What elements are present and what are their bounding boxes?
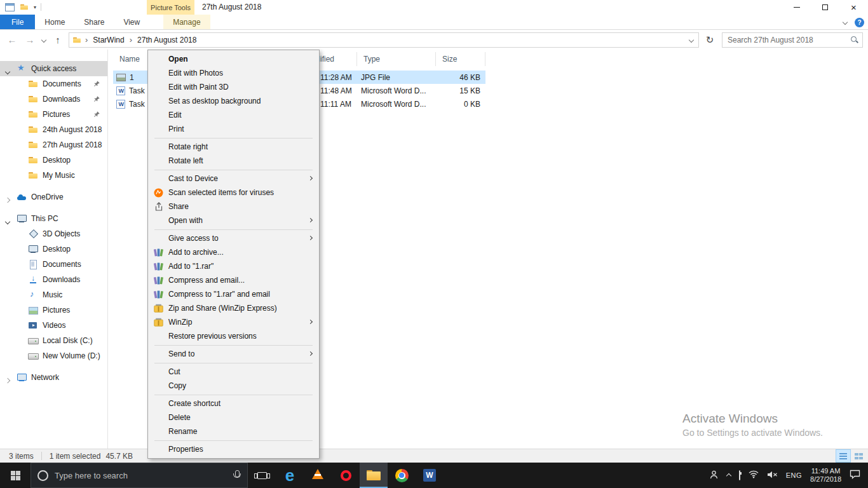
sidebar-item-label: Downloads: [43, 95, 80, 104]
menu-item-rotate-right[interactable]: Rotate right: [148, 140, 319, 154]
taskbar-vlc-button[interactable]: [304, 463, 332, 488]
microphone-icon[interactable]: [232, 470, 241, 481]
qat-folder-icon[interactable]: [20, 3, 29, 11]
address-dropdown-icon[interactable]: [689, 37, 694, 42]
sidebar-item-24th-august-2018[interactable]: 24th August 2018: [0, 122, 107, 137]
menu-item-scan-selected-items-for-viruses[interactable]: Scan selected items for viruses: [148, 186, 319, 200]
menu-item-rename[interactable]: Rename: [148, 424, 319, 438]
up-button[interactable]: ↑: [50, 34, 66, 45]
chevron-down-icon[interactable]: [6, 217, 10, 226]
cloud-icon: [17, 192, 27, 202]
address-bar[interactable]: ›StarWind›27th August 2018: [69, 32, 699, 48]
qat-customize-chevron-icon[interactable]: ▾: [34, 4, 36, 10]
clock[interactable]: 11:49 AM 8/27/2018: [810, 467, 841, 484]
taskbar-search[interactable]: Type here to search: [31, 463, 248, 488]
menu-item-properties[interactable]: Properties: [148, 442, 319, 456]
details-view-button[interactable]: [836, 450, 850, 462]
sidebar-item-3d-objects[interactable]: 3D Objects: [0, 226, 107, 241]
thumbnails-view-button[interactable]: [851, 450, 865, 462]
sidebar-item-downloads[interactable]: Downloads: [0, 272, 107, 287]
expand-ribbon-icon[interactable]: [843, 20, 848, 25]
volume-muted-icon[interactable]: [767, 471, 778, 480]
action-center-icon[interactable]: [850, 470, 860, 481]
breadcrumb-item-starwind[interactable]: StarWind: [90, 36, 127, 44]
breadcrumb-item-27th-august-2018[interactable]: 27th August 2018: [134, 36, 200, 44]
menu-item-create-shortcut[interactable]: Create shortcut: [148, 396, 319, 410]
sidebar-item-quick-access[interactable]: Quick access: [0, 61, 107, 76]
menu-item-open[interactable]: Open: [148, 52, 319, 66]
chevron-right-icon[interactable]: [6, 376, 10, 384]
sidebar-item-network[interactable]: Network: [0, 370, 107, 385]
recent-locations-button[interactable]: [39, 38, 48, 42]
task-view-button[interactable]: [248, 463, 276, 488]
chevron-right-icon[interactable]: [6, 195, 10, 204]
refresh-button[interactable]: ↻: [702, 34, 718, 46]
tab-view[interactable]: View: [114, 15, 149, 29]
sidebar-item-my-music[interactable]: My Music: [0, 168, 107, 183]
tab-home[interactable]: Home: [35, 15, 74, 29]
menu-item-cast-to-device[interactable]: Cast to Device: [148, 172, 319, 186]
battery-icon[interactable]: [739, 471, 740, 480]
menu-item-winzip[interactable]: WinZip: [148, 315, 319, 329]
sidebar-item-27th-august-2018[interactable]: 27th August 2018: [0, 137, 107, 152]
sidebar-item-videos[interactable]: Videos: [0, 318, 107, 333]
sidebar-item-pictures[interactable]: Pictures: [0, 302, 107, 318]
sidebar-item-desktop[interactable]: Desktop: [0, 241, 107, 257]
search-icon[interactable]: [850, 36, 858, 44]
taskbar-opera-button[interactable]: [332, 463, 360, 488]
people-icon[interactable]: [709, 470, 719, 481]
menu-item-edit-with-photos[interactable]: Edit with Photos: [148, 66, 319, 80]
menu-item-delete[interactable]: Delete: [148, 410, 319, 424]
tab-manage[interactable]: Manage: [163, 15, 210, 29]
start-button[interactable]: [0, 463, 31, 488]
menu-separator: [154, 395, 313, 395]
column-header-type[interactable]: Type: [357, 52, 436, 66]
help-icon[interactable]: ?: [855, 18, 864, 27]
menu-item-add-to-archive[interactable]: Add to archive...: [148, 245, 319, 259]
taskbar-chrome-button[interactable]: [388, 463, 416, 488]
chevron-down-icon[interactable]: [6, 67, 10, 76]
menu-item-edit-with-paint-3d[interactable]: Edit with Paint 3D: [148, 80, 319, 94]
sidebar-item-new-volume-d[interactable]: New Volume (D:): [0, 348, 107, 363]
forward-button[interactable]: →: [22, 34, 38, 45]
minimize-button[interactable]: [782, 0, 811, 15]
sidebar-item-desktop[interactable]: Desktop: [0, 152, 107, 168]
menu-item-cut[interactable]: Cut: [148, 365, 319, 379]
menu-item-restore-previous-versions[interactable]: Restore previous versions: [148, 329, 319, 343]
taskbar-word-button[interactable]: [416, 463, 444, 488]
menu-item-print[interactable]: Print: [148, 122, 319, 136]
menu-item-share[interactable]: Share: [148, 200, 319, 214]
sidebar-item-pictures[interactable]: Pictures: [0, 107, 107, 122]
menu-item-send-to[interactable]: Send to: [148, 347, 319, 361]
taskbar-edge-button[interactable]: [276, 463, 304, 488]
menu-item-set-as-desktop-background[interactable]: Set as desktop background: [148, 94, 319, 108]
sidebar-item-local-disk-c[interactable]: Local Disk (C:): [0, 333, 107, 348]
menu-item-zip-and-share-winzip-express[interactable]: Zip and Share (WinZip Express): [148, 301, 319, 315]
sidebar-item-documents[interactable]: Documents: [0, 76, 107, 92]
hidden-icons-chevron[interactable]: [727, 471, 731, 480]
sidebar-item-this-pc[interactable]: This PC: [0, 211, 107, 226]
sidebar-item-music[interactable]: Music: [0, 287, 107, 302]
menu-item-copy[interactable]: Copy: [148, 379, 319, 393]
search-box[interactable]: Search 27th August 2018: [722, 32, 863, 48]
menu-item-open-with[interactable]: Open with: [148, 214, 319, 227]
language-indicator[interactable]: ENG: [786, 471, 802, 479]
taskbar-explorer-button[interactable]: [360, 463, 388, 488]
menu-item-rotate-left[interactable]: Rotate left: [148, 154, 319, 168]
sidebar-item-documents[interactable]: Documents: [0, 257, 107, 272]
column-header-size[interactable]: Size: [436, 52, 485, 66]
maximize-button[interactable]: [811, 0, 839, 15]
close-button[interactable]: ×: [839, 0, 868, 15]
wifi-icon[interactable]: [749, 470, 759, 480]
back-button[interactable]: ←: [4, 34, 20, 45]
sidebar-item-onedrive[interactable]: OneDrive: [0, 189, 107, 205]
menu-item-add-to-1-rar[interactable]: Add to "1.rar": [148, 259, 319, 273]
menu-item-compress-and-email[interactable]: Compress and email...: [148, 273, 319, 287]
menu-item-compress-to-1-rar-and-email[interactable]: Compress to "1.rar" and email: [148, 287, 319, 301]
menu-icon-placeholder: [153, 125, 164, 134]
tab-share[interactable]: Share: [74, 15, 114, 29]
menu-item-edit[interactable]: Edit: [148, 108, 319, 122]
menu-item-give-access-to[interactable]: Give access to: [148, 231, 319, 245]
sidebar-item-downloads[interactable]: Downloads: [0, 92, 107, 107]
tab-file[interactable]: File: [0, 15, 35, 29]
